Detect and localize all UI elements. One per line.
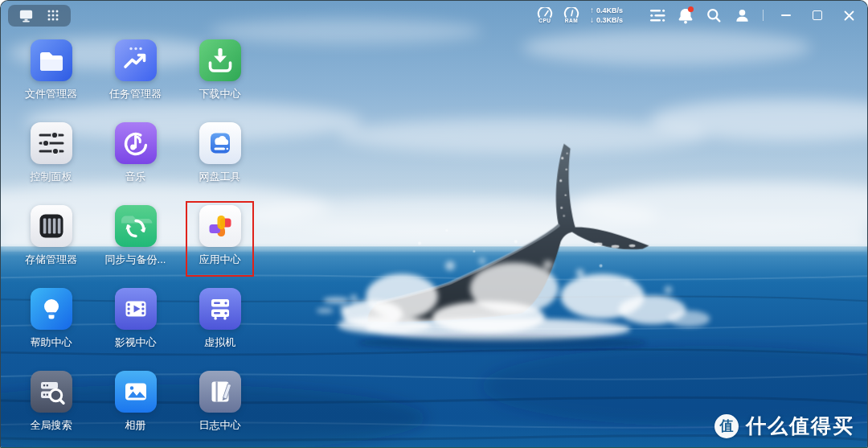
app-sync-backup[interactable]: 同步与备份...: [93, 200, 178, 283]
app-label: 文件管理器: [25, 87, 77, 101]
app-task-manager[interactable]: 任务管理器: [93, 35, 178, 117]
app-app-center[interactable]: 应用中心: [178, 200, 262, 283]
app-virtual-machine[interactable]: 虚拟机: [178, 283, 262, 366]
app-log-center[interactable]: 日志中心: [178, 366, 262, 448]
app-label: 同步与备份...: [105, 253, 166, 267]
app-grid: 文件管理器 任务管理器 下载中心: [9, 35, 262, 448]
app-music[interactable]: 音乐: [93, 117, 178, 200]
download-arrow-icon: ↓: [590, 16, 594, 24]
ram-gauge[interactable]: RAM: [563, 7, 579, 24]
music-note-icon: [115, 122, 157, 164]
log-book-icon: [199, 371, 241, 413]
app-help-center[interactable]: 帮助中心: [9, 283, 93, 366]
ram-label: RAM: [565, 18, 578, 24]
apps-grid-icon[interactable]: [44, 6, 62, 24]
app-label: 影视中心: [115, 335, 157, 350]
minimize-button[interactable]: [776, 6, 796, 25]
smzdm-watermark: 值 什么值得买: [714, 413, 854, 439]
notification-badge: [688, 6, 694, 12]
trend-chart-icon: [115, 39, 157, 81]
app-control-panel[interactable]: 控制面板: [9, 117, 93, 200]
close-button[interactable]: [838, 6, 859, 25]
app-label: 存储管理器: [25, 253, 77, 267]
app-label: 相册: [125, 418, 146, 433]
sliders-icon: [31, 122, 72, 164]
app-label: 音乐: [125, 170, 146, 184]
app-label: 控制面板: [31, 170, 72, 184]
sync-arrows-icon: [115, 205, 157, 247]
app-label: 帮助中心: [31, 335, 72, 350]
folder-icon: [31, 39, 72, 81]
app-label: 下载中心: [199, 87, 241, 101]
highlight-annotation: [186, 201, 254, 277]
top-bar: CPU RAM ↑0.4KB/s ↓0.3KB/s: [1, 1, 867, 30]
app-cloud-drive-tool[interactable]: 网盘工具: [178, 117, 262, 200]
cpu-gauge[interactable]: CPU: [537, 7, 553, 24]
film-play-icon: [115, 288, 157, 330]
search-icon[interactable]: [705, 6, 723, 24]
lightbulb-icon: [31, 288, 72, 330]
download-icon: [199, 39, 241, 81]
search-server-icon: [31, 371, 72, 413]
app-global-search[interactable]: 全局搜索: [9, 366, 93, 448]
user-icon[interactable]: [733, 6, 751, 24]
app-video-center[interactable]: 影视中心: [93, 283, 178, 366]
app-label: 全局搜索: [31, 418, 72, 433]
disk-array-icon: [31, 205, 72, 247]
desktop-view-icon[interactable]: [17, 6, 35, 24]
download-speed: 0.3KB/s: [596, 17, 623, 24]
app-label: 日志中心: [199, 418, 241, 433]
launcher-pill: [8, 5, 71, 27]
app-storage-manager[interactable]: 存储管理器: [9, 200, 93, 283]
app-label: 虚拟机: [204, 335, 235, 350]
nas-desktop-window: CPU RAM ↑0.4KB/s ↓0.3KB/s: [0, 0, 868, 448]
maximize-button[interactable]: [807, 6, 828, 25]
server-stack-icon: [199, 288, 241, 330]
app-label: 任务管理器: [109, 87, 162, 101]
topbar-separator: [763, 10, 764, 21]
cloud-drive-icon: [199, 122, 241, 164]
smzdm-logo-icon: 值: [714, 414, 739, 438]
network-speed[interactable]: ↑0.4KB/s ↓0.3KB/s: [590, 6, 623, 24]
upload-speed: 0.4KB/s: [596, 7, 623, 14]
app-label: 网盘工具: [199, 170, 241, 184]
smzdm-watermark-text: 什么值得买: [746, 413, 854, 439]
upload-arrow-icon: ↑: [590, 6, 594, 14]
task-queue-icon[interactable]: [649, 6, 666, 24]
photo-icon: [115, 371, 157, 413]
bell-icon[interactable]: [677, 6, 694, 24]
app-file-manager[interactable]: 文件管理器: [9, 35, 93, 117]
cpu-label: CPU: [538, 18, 551, 24]
app-photos[interactable]: 相册: [93, 366, 178, 448]
app-download-center[interactable]: 下载中心: [178, 35, 262, 117]
